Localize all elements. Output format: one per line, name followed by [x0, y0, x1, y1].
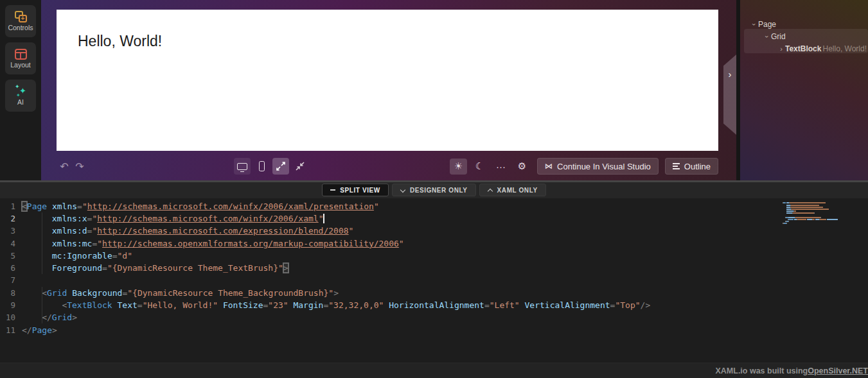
- line-number: 9: [0, 300, 22, 310]
- ai-sparkles-icon: ✦✦✦: [13, 85, 28, 97]
- settings-gear-button[interactable]: ⚙: [513, 159, 531, 175]
- code-line[interactable]: 8<Grid Background="{DynamicResource Them…: [0, 287, 868, 299]
- redo-button[interactable]: ↷: [72, 159, 87, 174]
- view-mode-tabbar: SPLIT VIEW DESIGNER ONLY XAML ONLY: [0, 182, 868, 199]
- tree-item-label: Grid: [771, 32, 786, 41]
- xaml-io-app: + Controls Layout ✦✦✦ AI Hello, World! ↶: [0, 0, 868, 378]
- minus-icon: [330, 187, 335, 193]
- sidebar-item-label: AI: [17, 98, 24, 106]
- tree-item-textblock[interactable]: › TextBlock Hello, World!: [777, 42, 868, 55]
- code-line[interactable]: 10</Grid>: [0, 311, 868, 323]
- tab-label: DESIGNER ONLY: [410, 187, 468, 194]
- chevron-down-icon[interactable]: ›: [750, 21, 758, 28]
- line-number: 10: [0, 313, 22, 322]
- tree-item-label: Page: [758, 20, 776, 29]
- line-number: 1: [0, 202, 22, 211]
- chevron-down-icon[interactable]: ›: [763, 33, 771, 40]
- line-number: 8: [0, 288, 22, 298]
- light-theme-button[interactable]: ☀: [450, 159, 467, 175]
- layout-grid-icon: [15, 49, 27, 60]
- toolbox-sidebar: + Controls Layout ✦✦✦ AI: [0, 0, 41, 180]
- line-number: 3: [0, 226, 22, 236]
- designer-toolbar: ↶ ↷: [57, 154, 718, 178]
- footer-credit: XAML.io was built using OpenSilver.NET: [0, 363, 868, 378]
- theme-and-actions-group: ☀ ☾ ··· ⚙ ⋈ Continue In Visual Studio Ou…: [450, 158, 718, 175]
- sidebar-item-layout[interactable]: Layout: [5, 42, 36, 74]
- visual-studio-icon: ⋈: [545, 162, 553, 171]
- chevron-right-icon: ›: [729, 69, 732, 80]
- tab-label: XAML ONLY: [497, 187, 538, 194]
- line-content: mc:Ignorable="d": [22, 251, 132, 261]
- panel-collapse-handle[interactable]: ›: [723, 55, 736, 135]
- chevron-up-icon: [488, 187, 493, 193]
- outline-button[interactable]: Outline: [665, 158, 718, 175]
- line-content: xmlns:d="http://schemas.microsoft.com/ex…: [22, 226, 353, 236]
- collapse-arrows-icon: [296, 162, 305, 171]
- phone-view-button[interactable]: [253, 158, 270, 175]
- phone-icon: [259, 161, 265, 171]
- tab-label: SPLIT VIEW: [340, 187, 380, 194]
- outline-button-label: Outline: [684, 162, 711, 171]
- design-canvas[interactable]: Hello, World!: [57, 10, 718, 151]
- chevron-down-icon: [400, 187, 405, 193]
- opensilver-link[interactable]: OpenSilver.NET: [808, 366, 868, 375]
- tab-designer-only[interactable]: DESIGNER ONLY: [392, 184, 476, 196]
- continue-in-visual-studio-button[interactable]: ⋈ Continue In Visual Studio: [537, 158, 659, 175]
- monitor-icon: [237, 163, 247, 170]
- sidebar-item-label: Layout: [10, 61, 31, 69]
- footer-text: XAML.io was built using: [715, 366, 808, 375]
- code-line[interactable]: 6Foreground="{DynamicResource Theme_Text…: [0, 262, 868, 274]
- line-number: 6: [0, 263, 22, 273]
- code-line[interactable]: 7: [0, 274, 868, 286]
- desktop-view-button[interactable]: [234, 158, 251, 175]
- element-tree-panel: › Page › Grid › TextBlock Hello, World!: [740, 0, 868, 180]
- line-content: </Page>: [22, 325, 57, 335]
- more-options-button[interactable]: ···: [492, 159, 509, 175]
- code-line[interactable]: 9<TextBlock Text="Hello, World!" FontSiz…: [0, 299, 868, 311]
- line-number: 4: [0, 239, 22, 248]
- text-cursor: [323, 214, 324, 223]
- sidebar-item-controls[interactable]: + Controls: [5, 5, 36, 37]
- xaml-code-editor[interactable]: 1<Page xmlns="http://schemas.microsoft.c…: [0, 198, 868, 363]
- line-content: xmlns:mc="http://schemas.openxmlformats.…: [22, 239, 404, 248]
- outline-list-icon: [673, 163, 680, 169]
- line-content: <Grid Background="{DynamicResource Theme…: [22, 288, 339, 298]
- controls-add-icon: +: [14, 11, 27, 22]
- tab-split-view[interactable]: SPLIT VIEW: [322, 184, 389, 196]
- sidebar-item-label: Controls: [8, 24, 33, 31]
- tree-item-page[interactable]: › Page: [750, 18, 868, 30]
- continue-button-label: Continue In Visual Studio: [557, 162, 651, 171]
- code-line[interactable]: 2xmlns:x="http://schemas.microsoft.com/w…: [0, 212, 868, 225]
- undo-button[interactable]: ↶: [57, 159, 72, 174]
- line-number: 7: [0, 275, 22, 285]
- line-content: </Grid>: [22, 313, 77, 322]
- tree-item-grid[interactable]: › Grid: [763, 30, 868, 42]
- collapse-canvas-button[interactable]: [292, 158, 308, 175]
- dark-theme-button[interactable]: ☾: [471, 159, 488, 175]
- expand-canvas-button[interactable]: [272, 158, 289, 175]
- designer-surface: Hello, World! ↶ ↷: [41, 0, 736, 180]
- code-line[interactable]: 11</Page>: [0, 323, 868, 336]
- code-line[interactable]: 5mc:Ignorable="d": [0, 250, 868, 262]
- code-lines: 1<Page xmlns="http://schemas.microsoft.c…: [0, 200, 868, 336]
- designer-region: + Controls Layout ✦✦✦ AI Hello, World! ↶: [0, 0, 868, 180]
- sidebar-item-ai[interactable]: ✦✦✦ AI: [5, 80, 36, 112]
- code-line[interactable]: 3xmlns:d="http://schemas.microsoft.com/e…: [0, 225, 868, 237]
- code-line[interactable]: 1<Page xmlns="http://schemas.microsoft.c…: [0, 200, 868, 212]
- chevron-right-icon[interactable]: ›: [777, 45, 785, 53]
- line-number: 2: [0, 214, 22, 223]
- tree-item-label: TextBlock: [785, 44, 821, 53]
- canvas-textblock[interactable]: Hello, World!: [78, 33, 162, 50]
- device-toggle-group: [234, 158, 308, 175]
- line-content: Foreground="{DynamicResource Theme_TextB…: [22, 263, 288, 273]
- editor-minimap[interactable]: [783, 202, 838, 225]
- line-number: 5: [0, 251, 22, 261]
- line-number: 11: [0, 325, 22, 335]
- line-content: <TextBlock Text="Hello, World!" FontSize…: [22, 300, 650, 310]
- code-line[interactable]: 4xmlns:mc="http://schemas.openxmlformats…: [0, 237, 868, 249]
- tree-item-value: Hello, World!: [823, 44, 867, 53]
- tab-xaml-only[interactable]: XAML ONLY: [479, 184, 546, 196]
- expand-arrows-icon: [276, 162, 285, 171]
- line-content: <Page xmlns="http://schemas.microsoft.co…: [22, 202, 379, 211]
- line-content: xmlns:x="http://schemas.microsoft.com/wi…: [22, 214, 324, 223]
